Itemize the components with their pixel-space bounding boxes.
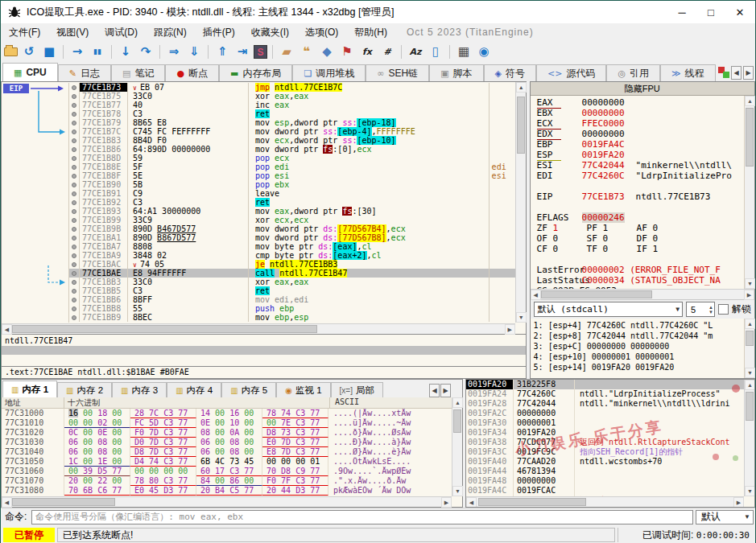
tab-内存布局[interactable]: ▬内存布局 <box>219 64 292 81</box>
breakpoint-gutter[interactable] <box>69 189 80 198</box>
tab-调用堆栈[interactable]: ❏调用堆栈 <box>292 64 366 81</box>
args-vscrollbar[interactable]: ▲▼ <box>744 319 754 378</box>
menu-item-help[interactable]: 帮助(H) <box>346 24 395 41</box>
breakpoint-gutter[interactable] <box>69 233 80 242</box>
breakpoint-gutter[interactable] <box>69 101 80 109</box>
unlock-checkbox[interactable] <box>718 304 729 315</box>
disasm-row[interactable]: 77CE1B7740inc eax <box>69 101 515 109</box>
disasm-row[interactable]: 77CE1BAC∨74 05je ntdll.77CE1BB3 <box>69 260 515 269</box>
breakpoint-gutter[interactable] <box>69 180 80 189</box>
tab-CPU[interactable]: ▦CPU <box>2 63 58 81</box>
register-row[interactable]: ZF 1PF 1AF 0 <box>537 223 743 233</box>
register-row[interactable]: LastStatusC0000034 (STATUS_OBJECT_NA <box>537 275 743 286</box>
register-row[interactable]: ESP0019FA20 <box>537 150 743 160</box>
breakpoint-gutter[interactable] <box>69 224 80 233</box>
register-row[interactable]: EAX00000000 <box>537 97 743 108</box>
disasm-hscrollbar[interactable]: ◀▶ <box>2 323 515 334</box>
breakpoint-gutter[interactable] <box>69 269 80 278</box>
hash-icon[interactable]: # <box>378 43 396 60</box>
stack-row[interactable]: 0019FA3000000001 <box>466 418 744 428</box>
disasm-row[interactable]: 77CE1B9B890D B467D577mov dword ptr ds:[7… <box>69 224 515 233</box>
stack-row[interactable]: 0019FA4800000000 <box>466 476 744 486</box>
breakpoint-gutter[interactable] <box>69 198 80 207</box>
stop-icon[interactable]: ■ <box>40 43 58 60</box>
disasm-row[interactable]: 77CE1B838B4D F0mov ecx,dword ptr ss:[ebp… <box>69 136 515 145</box>
tab-scroll-right-button[interactable]: ▶ <box>743 66 754 80</box>
dump-tab-内存 5[interactable]: ▥内存 5 <box>221 382 276 397</box>
stack-row[interactable]: 0019FA2C00000000 <box>466 409 744 418</box>
function-icon[interactable]: fx <box>358 43 376 60</box>
tab-符号[interactable]: ◈符号 <box>484 64 536 81</box>
info-selected-row[interactable] <box>2 346 526 355</box>
register-row[interactable]: EDX00000000 <box>537 129 743 139</box>
disasm-row[interactable]: 77CE1B8664:890D 00000000mov dword ptr fs… <box>69 145 515 154</box>
command-profile-select[interactable]: 默认 ▼ <box>696 510 754 524</box>
disasm-row[interactable]: 77CE1B7CC745 FC FEFFFFFFmov dword ptr ss… <box>69 127 515 136</box>
step-over-icon[interactable]: ↷ <box>137 43 155 60</box>
hide-fpu-button[interactable]: 隐藏FPU <box>531 82 754 96</box>
breakpoint-gutter[interactable] <box>69 304 80 313</box>
dump-tab-内存 1[interactable]: ▥内存 1 <box>2 381 57 397</box>
disasm-row[interactable]: 77CE1B78C3ret <box>69 109 515 118</box>
disasm-row[interactable]: 77CE1BA1890D B867D577mov dword ptr ds:[7… <box>69 233 515 242</box>
argument-row[interactable]: 4: [esp+10] 00000001 00000001 <box>534 352 743 362</box>
register-row[interactable]: EFLAGS00000246 <box>537 212 743 223</box>
registers-vscrollbar[interactable]: ▲▼ <box>744 96 754 289</box>
dump-row[interactable]: 77C3103006 00 08 00 D0 7D C3 77 06 00 08… <box>2 438 462 447</box>
dump-row[interactable]: 77C3108070 6B C6 77 E0 45 D3 77 20 B4 C5… <box>2 486 462 496</box>
breakpoint-gutter[interactable] <box>69 145 80 154</box>
breakpoint-gutter[interactable] <box>69 154 80 162</box>
disasm-row[interactable]: 77CE1BAEE8 94FFFFFFcall ntdll.77CE1B47 <box>69 269 515 278</box>
disasm-row[interactable]: 77CE1B8D59pop ecx <box>69 154 515 162</box>
register-row[interactable]: ECXFFEC0000 <box>537 118 743 129</box>
register-row[interactable]: ESI77C42044"minkernel\\ntdll\ <box>537 160 743 171</box>
stack-row[interactable]: 0019FA3877CDC077返回到 ntdll.RtlCaptureStac… <box>466 438 744 447</box>
breakpoint-gutter[interactable] <box>69 286 80 295</box>
breakpoint-gutter[interactable] <box>69 171 80 180</box>
string-icon[interactable]: Az <box>407 43 424 60</box>
disasm-row[interactable]: 77CE1B798B65 E8mov esp,dword ptr ss:[ebp… <box>69 118 515 127</box>
comment-icon[interactable]: ❝ <box>298 43 316 60</box>
disasm-row[interactable]: 77CE1B905Bpop ebx <box>69 180 515 189</box>
tab-SEH链[interactable]: ∞SEH链 <box>366 64 429 81</box>
run-to-user-code-icon[interactable]: ⇥ <box>233 43 251 60</box>
disasm-row[interactable]: 77CE1BB333C0xor eax,eax <box>69 278 515 286</box>
register-row[interactable]: EDI77C4260C"LdrpInitializePro <box>537 171 743 181</box>
tab-日志[interactable]: ✎日志 <box>58 64 111 81</box>
globe-icon[interactable]: ◉ <box>475 43 493 60</box>
tab-引用[interactable]: ◎引用 <box>606 64 660 81</box>
disasm-row[interactable]: 77CE1B8E5Fpop ediedi <box>69 162 515 171</box>
dump-tab-scroll-right-button[interactable]: ▶ <box>440 384 451 397</box>
tab-overflow-icon[interactable] <box>718 67 729 78</box>
register-row[interactable]: LastError00000002 (ERROR_FILE_NOT_F <box>537 265 743 275</box>
disasm-row[interactable]: 77CE1B91C9leave <box>69 189 515 198</box>
menu-item-trace[interactable]: 跟踪(N) <box>146 24 195 41</box>
disasm-row[interactable]: 77CE1B92C3ret <box>69 198 515 207</box>
breakpoint-gutter[interactable] <box>69 251 80 260</box>
stack-row[interactable]: 0019FA4446781394 <box>466 467 744 476</box>
register-row[interactable]: CF 0TF 0IF 1 <box>537 244 743 254</box>
dump-tab-内存 4[interactable]: ▥内存 4 <box>167 382 221 397</box>
breakpoint-gutter[interactable] <box>69 109 80 118</box>
breakpoint-gutter[interactable] <box>69 207 80 216</box>
stack-row[interactable]: 0019FA2877C42044ntdll."minkernel\\ntdll\… <box>466 399 744 409</box>
step-into-icon[interactable]: ↓ <box>117 43 134 60</box>
label-icon[interactable]: ◆ <box>318 43 336 60</box>
register-row[interactable]: OF 0SF 0DF 0 <box>537 233 743 244</box>
dump-row[interactable]: 77C3107020 00 22 00 78 80 C3 77 84 00 86… <box>2 476 462 486</box>
breakpoint-gutter[interactable] <box>69 136 80 145</box>
breakpoint-gutter[interactable] <box>69 295 80 304</box>
device-icon[interactable]: ▯ <box>427 43 444 60</box>
register-row[interactable]: EBP0019FA4C <box>537 139 743 150</box>
stack-row[interactable]: 0019FA340019FA20 <box>466 428 744 438</box>
disasm-vscrollbar[interactable]: ▲▼ <box>515 82 526 323</box>
command-input[interactable] <box>31 510 693 524</box>
step-out-icon[interactable]: ⇑ <box>213 43 231 60</box>
breakpoint-gutter[interactable] <box>69 92 80 101</box>
registers-hscrollbar[interactable]: ◀▶ <box>531 289 754 299</box>
breakpoint-gutter[interactable] <box>69 127 80 136</box>
argument-row[interactable]: 1: [esp+4] 77C4260C ntdll.77C4260C "L <box>534 320 743 331</box>
menu-item-debug[interactable]: 调试(D) <box>97 24 146 41</box>
breakpoint-gutter[interactable] <box>69 313 80 322</box>
disasm-row[interactable]: 77CE1B8F5Epop esiesi <box>69 171 515 180</box>
